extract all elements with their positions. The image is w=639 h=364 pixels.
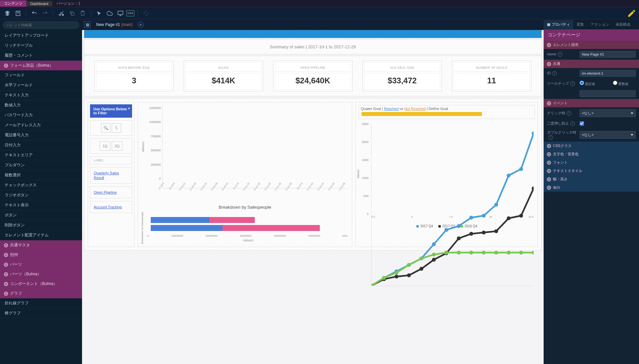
palette-item[interactable]: テキスト入力	[0, 90, 82, 100]
copy-icon[interactable]	[67, 9, 77, 18]
props-tab-layout[interactable]: 画面構成	[612, 20, 634, 29]
props-section-font[interactable]: フォント	[544, 158, 639, 167]
palette-item[interactable]: ボタン	[0, 210, 82, 220]
click-select[interactable]: <なし>	[580, 109, 636, 117]
palette-item[interactable]: パスワード入力	[0, 110, 82, 120]
tool-layers-icon[interactable]	[3, 9, 12, 18]
tab-version[interactable]: バージョン：1	[52, 0, 84, 7]
palette-item[interactable]: プルダウン	[0, 160, 82, 170]
palette-item[interactable]: チェックボックス	[0, 180, 82, 190]
props-section-size[interactable]: 幅・高さ	[544, 175, 639, 183]
svg-point-19	[519, 167, 523, 171]
palette-item[interactable]: 折れ線グラフ	[0, 298, 82, 308]
palette-item[interactable]: エレメント配置アイテム	[0, 230, 82, 240]
metric-label: DAYS BEFORE EOQ	[96, 62, 172, 72]
props-section-common[interactable]: 共通	[544, 60, 639, 68]
tab-content[interactable]: コンテンツ	[0, 0, 26, 7]
props-section-element[interactable]: エレメント固有	[544, 41, 639, 49]
props-section-css[interactable]: CSSクラス	[544, 142, 639, 150]
palette-item[interactable]: 日付入力	[0, 140, 82, 150]
tooltip-var-radio[interactable]: 変数値	[613, 81, 639, 86]
canvas-tabs: ▦ New Page #1 [main] +	[82, 19, 544, 30]
palette-item[interactable]: 水平フィールド	[0, 80, 82, 90]
canvas[interactable]: Summary of sales | 2017-10-1 to 2017-12-…	[82, 30, 544, 364]
props-row-name: name?	[544, 49, 639, 60]
palette-header[interactable]: フォーム部品（Bulma）	[0, 61, 82, 70]
svg-point-29	[469, 232, 473, 236]
palette-item[interactable]: テキストエリア	[0, 150, 82, 160]
palette-item[interactable]: 電話番号入力	[0, 130, 82, 140]
filter-link-2[interactable]: Open Pipeline	[90, 186, 132, 198]
svg-point-25	[420, 267, 424, 271]
props-section-textstyle[interactable]: テキストスタイル	[544, 167, 639, 175]
palette-item[interactable]: ラジオボタン	[0, 190, 82, 200]
monitor-icon[interactable]	[116, 9, 125, 18]
svg-point-17	[494, 203, 498, 207]
canvas-layout-icon[interactable]: ▦	[84, 21, 91, 28]
filter-q2-button[interactable]: 2Q	[112, 141, 122, 151]
tool-page-icon[interactable]	[13, 9, 23, 18]
svg-point-37	[395, 271, 399, 275]
props-row-id: ID?	[544, 68, 639, 79]
goal-notreached-link[interactable]: Not Reached	[404, 107, 426, 111]
metric-value: 3	[96, 73, 172, 90]
palette-header[interactable]: パーツ（Bulma）	[0, 269, 82, 279]
palette-header[interactable]: グラフ	[0, 289, 82, 298]
line-yaxis: 25002000150010005000	[359, 122, 370, 216]
svg-point-30	[482, 231, 486, 235]
dblclick-select[interactable]: <なし>	[580, 131, 636, 139]
props-tab-property[interactable]: ▦ プロパティ	[544, 20, 573, 29]
props-section-color[interactable]: 文字色・背景色	[544, 150, 639, 158]
props-section-event[interactable]: イベント	[544, 99, 639, 107]
palette-item[interactable]: 履歴・コメント	[0, 51, 82, 61]
hbar-ylabel: Breakdown by Salespeople	[141, 212, 147, 244]
search-icon[interactable]: 🔍	[101, 123, 110, 133]
palette-item[interactable]: メールアドレス入力	[0, 120, 82, 130]
palette-item[interactable]: リッチテーブル	[0, 41, 82, 51]
nodbl-checkbox[interactable]	[580, 121, 584, 126]
palette-header[interactable]: コンポーネント（Bulma）	[0, 279, 82, 289]
metric-card: NUMBER OF DEALS11	[452, 61, 531, 91]
props-name-input[interactable]	[580, 51, 636, 58]
cut-icon[interactable]	[57, 9, 66, 18]
canvas-tab-tag: [main]	[121, 22, 132, 27]
tab-dashboard[interactable]: Dashboard	[26, 1, 52, 6]
filter-q1-button[interactable]: 1Q	[100, 141, 110, 151]
palette-item[interactable]: フィールド	[0, 70, 82, 80]
palette-search-input[interactable]	[3, 21, 79, 29]
filter-close-icon[interactable]: ×	[128, 106, 130, 110]
palette-item[interactable]: テキスト表示	[0, 200, 82, 210]
palette-item[interactable]: 複数選択	[0, 170, 82, 180]
edit-pencil-icon[interactable]	[627, 9, 636, 18]
cloud-icon[interactable]	[105, 9, 114, 18]
props-tab-vars[interactable]: 変数	[573, 20, 587, 29]
filter-link-1[interactable]: Quarterly Sales Result	[90, 167, 132, 184]
palette-header[interactable]: パーツ	[0, 260, 82, 269]
props-tab-action[interactable]: アクション	[587, 20, 612, 29]
svg-point-34	[532, 187, 534, 191]
paste-icon[interactable]	[78, 9, 87, 18]
svg-point-13	[445, 228, 449, 232]
filter-header: Use Options Below to Filter ×	[90, 104, 132, 118]
goal-reached-link[interactable]: Reached	[384, 107, 399, 111]
svg-point-18	[507, 174, 511, 178]
palette-item[interactable]: 削除ボタン	[0, 220, 82, 230]
dash-topbar[interactable]	[84, 30, 542, 38]
tooltip-fixed-radio[interactable]: 固定値	[580, 81, 610, 86]
props-id-input[interactable]	[580, 70, 636, 77]
palette-header[interactable]: 共通マスタ	[0, 240, 82, 250]
css-icon[interactable]: CSS	[126, 10, 134, 16]
props-section-margin[interactable]: 余白	[544, 183, 639, 192]
redo-icon[interactable]	[40, 9, 50, 18]
tooltip-value-input[interactable]	[580, 90, 636, 97]
palette-item[interactable]: 数値入力	[0, 100, 82, 110]
palette-header[interactable]: 別州	[0, 250, 82, 260]
canvas-tab-newpage[interactable]: New Page #1 [main]	[93, 21, 136, 28]
palette-item[interactable]: 棒グラフ	[0, 308, 82, 318]
filter-link-3[interactable]: Account Tracking	[90, 201, 132, 213]
pointer-icon[interactable]	[94, 9, 104, 18]
filter-text-input[interactable]: S	[112, 123, 121, 133]
undo-icon[interactable]	[30, 9, 39, 18]
palette-item[interactable]: レイアウトアップロード	[0, 31, 82, 41]
add-tab-button[interactable]: +	[138, 22, 144, 28]
